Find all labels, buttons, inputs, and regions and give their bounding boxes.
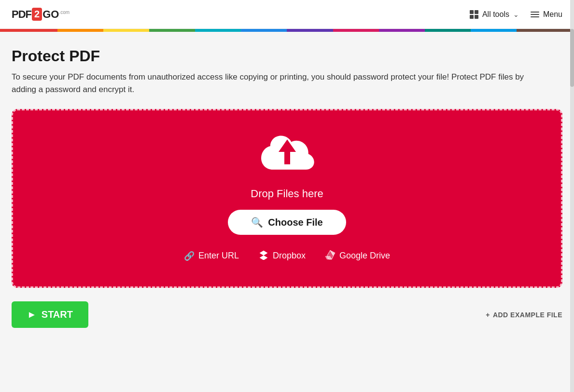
logo-2-text: 2 <box>32 8 42 21</box>
logo: PDF 2 GO .com <box>12 8 70 21</box>
start-button[interactable]: ► START <box>12 301 88 328</box>
grid-icon <box>470 10 478 19</box>
svg-marker-3 <box>260 251 268 260</box>
page-title: Protect PDF <box>12 47 562 65</box>
source-links: 🔗 Enter URL Dropbox <box>184 249 390 262</box>
all-tools-label: All tools <box>482 10 509 19</box>
add-example-button[interactable]: + ADD EXAMPLE FILE <box>486 311 562 319</box>
scrollbar[interactable] <box>570 0 574 392</box>
header: PDF 2 GO .com All tools ⌄ Menu <box>0 0 574 29</box>
choose-file-label: Choose File <box>268 217 322 228</box>
main-content: Protect PDF To secure your PDF documents… <box>0 32 574 343</box>
link-icon: 🔗 <box>184 251 195 261</box>
dropbox-icon <box>258 249 269 262</box>
dropbox-label: Dropbox <box>273 251 306 261</box>
logo-go-text: GO <box>42 8 59 21</box>
search-icon: 🔍 <box>251 216 263 228</box>
google-drive-button[interactable]: Google Drive <box>325 249 390 262</box>
logo-com-text: .com <box>59 10 70 15</box>
enter-url-button[interactable]: 🔗 Enter URL <box>184 251 239 261</box>
start-label: START <box>42 309 73 320</box>
hamburger-icon <box>531 12 539 17</box>
choose-file-button[interactable]: 🔍 Choose File <box>228 210 346 235</box>
bottom-bar: ► START + ADD EXAMPLE FILE <box>12 297 562 332</box>
menu-button[interactable]: Menu <box>531 10 562 19</box>
all-tools-button[interactable]: All tools ⌄ <box>470 10 519 19</box>
page-description: To secure your PDF documents from unauth… <box>12 71 543 95</box>
cloud-upload-icon <box>258 135 316 178</box>
drop-files-text: Drop Files here <box>251 188 323 200</box>
chevron-down-icon: ⌄ <box>513 11 519 18</box>
add-example-label: ADD EXAMPLE FILE <box>493 311 562 319</box>
chevron-right-icon: ► <box>27 309 37 320</box>
google-drive-label: Google Drive <box>339 251 390 261</box>
header-right: All tools ⌄ Menu <box>470 10 562 19</box>
scrollbar-thumb[interactable] <box>570 29 574 87</box>
enter-url-label: Enter URL <box>198 251 239 261</box>
plus-icon: + <box>486 311 490 319</box>
logo-pdf-text: PDF <box>12 8 31 21</box>
menu-label: Menu <box>543 10 562 19</box>
drop-zone[interactable]: Drop Files here 🔍 Choose File 🔗 Enter UR… <box>12 109 562 288</box>
dropbox-button[interactable]: Dropbox <box>258 249 306 262</box>
google-drive-icon <box>325 249 336 262</box>
